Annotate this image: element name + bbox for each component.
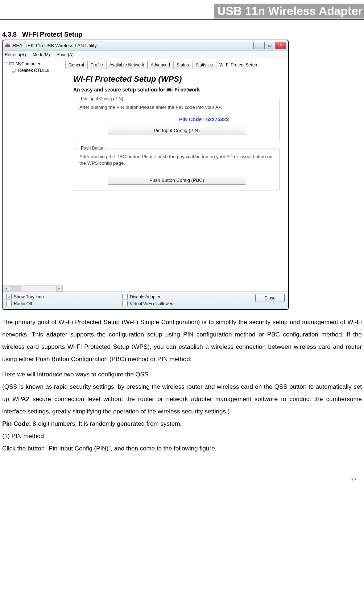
menu-mode[interactable]: Mode(M)	[33, 52, 50, 57]
pin-code-label: PIN Code : 62275323	[134, 117, 274, 122]
section-heading: 4.3.8 Wi-Fi Protect Setup	[2, 31, 364, 38]
window-titlebar: REALTEK 11n USB Wireless LAN Utility — ▭…	[3, 40, 288, 50]
pbc-group: Push Button After pushing the PBC button…	[74, 146, 280, 191]
scroll-left-icon[interactable]: ◄	[3, 286, 9, 291]
tree-root-label: MyComputer	[16, 61, 41, 66]
page-number: - 73 -	[0, 477, 364, 483]
tree-child-item[interactable]: Realtek RTL818	[3, 67, 62, 74]
scroll-thumb[interactable]	[10, 286, 21, 291]
svg-rect-0	[5, 45, 10, 47]
body-text: The primary goal of Wi-Fi Protected Setu…	[2, 316, 362, 455]
radio-off-checkbox[interactable]: Radio Off	[6, 301, 122, 306]
tab-wps[interactable]: Wi-Fi Protect Setup	[216, 61, 260, 69]
svg-rect-2	[10, 63, 13, 65]
paragraph: Click the button "Pin Input Config (PIN)…	[2, 442, 362, 455]
paragraph: (QSS is known as rapid security settings…	[2, 381, 362, 418]
document-header-title: USB 11n Wireless Adapter	[214, 4, 364, 19]
paragraph: (1) PIN method	[2, 430, 362, 442]
pbc-group-legend: Push Button	[79, 146, 106, 151]
disable-adapter-checkbox[interactable]: Disable Adapter	[122, 294, 255, 299]
pbc-group-desc: After pushing the PBC button.Please push…	[79, 154, 274, 167]
app-window: REALTEK 11n USB Wireless LAN Utility — ▭…	[2, 40, 289, 310]
checkbox-checked-icon: ✔	[6, 294, 12, 299]
pin-code-rest: 8-digit numbers. It is randomly generate…	[31, 420, 182, 427]
collapse-icon[interactable]: −	[4, 62, 8, 66]
tree-child-label: Realtek RTL818	[18, 68, 50, 73]
checkbox-icon	[122, 294, 128, 299]
tab-general[interactable]: General	[65, 61, 87, 69]
header-divider	[0, 19, 364, 20]
tab-profile[interactable]: Profile	[87, 61, 106, 69]
pin-group-desc: After pushing the PIN button.Please ente…	[79, 104, 274, 111]
pin-group: Pin Input Config (PIN) After pushing the…	[74, 96, 280, 141]
close-button[interactable]: Close	[255, 294, 285, 302]
menubar: Refresh(R) Mode(M) About(A)	[3, 50, 288, 59]
show-tray-icon-checkbox[interactable]: ✔ Show Tray Icon	[6, 294, 122, 299]
wps-subheading: An easy and secure setup solution for Wi…	[73, 87, 280, 93]
computer-icon	[9, 61, 15, 67]
paragraph: The primary goal of Wi-Fi Protected Setu…	[2, 316, 362, 366]
menu-refresh[interactable]: Refresh(R)	[5, 52, 26, 57]
checkbox-icon	[6, 301, 12, 306]
show-tray-icon-label: Show Tray Icon	[14, 294, 44, 299]
pin-input-config-button[interactable]: Pin Input Config (PIN)	[108, 126, 246, 135]
section-number: 4.3.8	[2, 31, 17, 38]
paragraph: Pin Code: 8-digit numbers. It is randoml…	[2, 418, 362, 430]
pin-group-legend: Pin Input Config (PIN)	[79, 96, 125, 101]
wps-heading: Wi-Fi Protected Setup (WPS)	[73, 74, 280, 84]
virtual-wifi-checkbox[interactable]: Virtual WiFi disallowed	[122, 301, 255, 306]
window-close-button[interactable]: ✕	[275, 42, 286, 49]
app-icon	[5, 42, 11, 48]
paragraph: Here we will introduce two ways to confi…	[2, 368, 362, 381]
svg-rect-3	[11, 66, 13, 66]
disable-adapter-label: Disable Adapter	[130, 294, 161, 299]
main-pane: General Profile Available Network Advanc…	[63, 59, 288, 291]
horizontal-scrollbar[interactable]: ◄ ►	[3, 285, 63, 291]
push-button-config-button[interactable]: Push Button Config (PBC)	[108, 176, 246, 185]
tab-status[interactable]: Status	[173, 61, 192, 69]
svg-point-5	[13, 72, 14, 73]
tab-available-network[interactable]: Available Network	[106, 61, 148, 69]
minimize-button[interactable]: —	[253, 42, 264, 49]
section-title: Wi-Fi Protect Setup	[22, 31, 82, 38]
scroll-right-icon[interactable]: ►	[56, 286, 63, 291]
virtual-wifi-label: Virtual WiFi disallowed	[130, 301, 174, 306]
pin-code-bold: Pin Code:	[2, 420, 31, 427]
maximize-button[interactable]: ▭	[264, 42, 275, 49]
checkbox-icon	[122, 301, 128, 306]
window-title: REALTEK 11n USB Wireless LAN Utility	[13, 43, 97, 48]
menu-about[interactable]: About(A)	[57, 52, 74, 57]
bottom-bar: ✔ Show Tray Icon Radio Off Disable Adapt…	[3, 291, 288, 309]
tree-root-item[interactable]: − MyComputer	[3, 61, 62, 67]
tab-statistics[interactable]: Statistics	[192, 61, 216, 69]
radio-off-label: Radio Off	[14, 301, 32, 306]
adapter-icon	[11, 68, 17, 73]
tree-pane: − MyComputer Realtek RTL818 ◄ ►	[3, 59, 63, 291]
tabs-row: General Profile Available Network Advanc…	[63, 59, 288, 69]
tab-advanced[interactable]: Advanced	[148, 61, 173, 69]
